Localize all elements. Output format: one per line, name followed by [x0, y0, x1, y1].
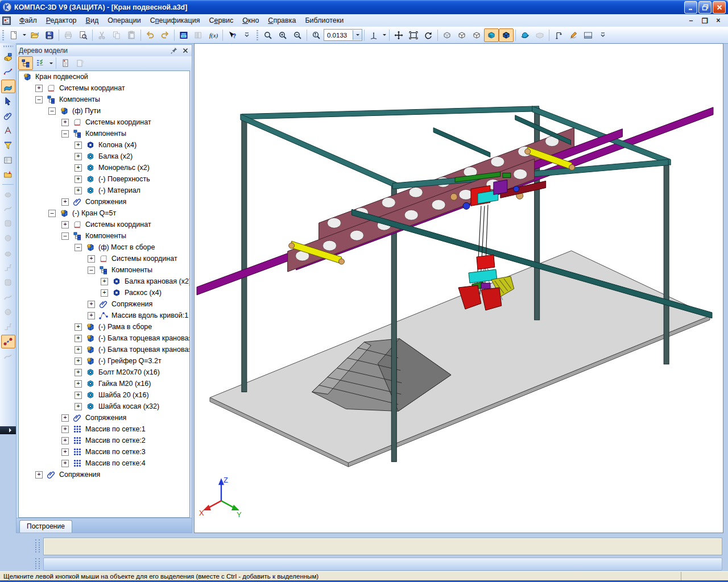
tree-item[interactable]: +Шайба косая (x32)	[19, 401, 189, 412]
tree-item[interactable]: +(-) Рама в сборе	[19, 321, 189, 332]
tree-expand-toggle[interactable]: +	[61, 437, 69, 444]
combo-dropdown-arrow[interactable]	[353, 30, 362, 40]
spline-button[interactable]	[1, 65, 15, 78]
pin-icon[interactable]	[170, 47, 178, 55]
tree-item[interactable]: +Балка крановая (x2)	[19, 276, 189, 287]
save-button[interactable]	[42, 28, 57, 42]
tree-expand-toggle[interactable]: +	[75, 403, 82, 410]
chevron-button[interactable]	[239, 28, 254, 42]
close-button[interactable]	[713, 1, 726, 14]
tree-item[interactable]: Кран подвесной	[19, 71, 189, 82]
pan-button[interactable]	[391, 28, 406, 42]
prop-window-button[interactable]	[581, 28, 595, 42]
tree-item[interactable]: –Компоненты	[19, 264, 189, 276]
tree-item[interactable]: –(ф) Пути	[19, 105, 189, 117]
menu-библиотеки[interactable]: Библиотеки	[300, 15, 348, 26]
tree-expand-toggle[interactable]: +	[75, 392, 82, 399]
tree-item[interactable]: +(-) Поверхность	[19, 173, 189, 185]
tree-item[interactable]: +(-) Грейфер Q=3.2т	[19, 355, 189, 367]
viewport-3d[interactable]: Z X Y	[194, 43, 723, 533]
toolbar-grip[interactable]	[2, 30, 5, 41]
tree-expand-toggle[interactable]: +	[75, 346, 82, 354]
tree-expand-toggle[interactable]: +	[61, 198, 69, 206]
child-restore-button[interactable]: ❐	[701, 16, 709, 25]
cube-wire-button[interactable]	[440, 28, 454, 42]
restore-button[interactable]	[698, 1, 712, 14]
folder-import-button[interactable]	[1, 168, 15, 182]
tree-item[interactable]: +Массив по сетке:2	[19, 435, 189, 446]
tree-item[interactable]: –(ф) Мост в сборе	[19, 242, 189, 253]
tree-expand-toggle[interactable]: +	[75, 357, 82, 365]
zoom-in-button[interactable]	[275, 28, 290, 42]
ground-plane[interactable]	[210, 251, 710, 467]
tree-expand-toggle[interactable]: +	[88, 301, 95, 308]
new-dropdown-arrow[interactable]	[21, 29, 27, 41]
tree-expand-toggle[interactable]: +	[75, 380, 82, 388]
message-bar-handle[interactable]	[35, 558, 40, 569]
tree-expand-toggle[interactable]: +	[61, 119, 69, 126]
tree-expand-toggle[interactable]: +	[61, 414, 69, 422]
rotate-button[interactable]	[421, 28, 436, 42]
tree-expand-toggle[interactable]: +	[35, 85, 43, 92]
tree-item[interactable]: +Шайба 20 (x16)	[19, 389, 189, 401]
tree-item[interactable]: +Сопряжения	[19, 469, 189, 480]
tree-collapse-toggle[interactable]: –	[75, 244, 82, 251]
tree-item[interactable]: +(-) Балка торцевая крановая ЛВ	[19, 332, 189, 344]
clip-button[interactable]	[1, 109, 15, 123]
zoom-scale-button[interactable]	[309, 28, 324, 42]
tree-collapse-toggle[interactable]: –	[35, 96, 43, 103]
tree-item[interactable]: +Балка (x2)	[19, 151, 189, 162]
tree-expand-toggle[interactable]: +	[61, 448, 69, 456]
tree-item[interactable]: +Системы координат	[19, 253, 189, 264]
tree-item[interactable]: +(-) Балка торцевая крановая ПР	[19, 344, 189, 355]
zoom-scale-value[interactable]: 0.0133	[324, 32, 353, 39]
tree-item[interactable]: +Системы координат	[19, 82, 189, 94]
points-button[interactable]	[1, 335, 15, 348]
tree-item[interactable]: +Массив по сетке:4	[19, 458, 189, 469]
preview-button[interactable]	[76, 28, 90, 42]
pencil-button[interactable]	[566, 28, 581, 42]
tree-expand-toggle[interactable]: +	[61, 221, 69, 228]
tree-item[interactable]: +Сопряжения	[19, 412, 189, 423]
tree-item[interactable]: +Системы координат	[19, 219, 189, 230]
tab-postroenie[interactable]: Построение	[19, 520, 72, 533]
whats-this-button[interactable]: ?	[225, 28, 239, 42]
tree-expand-toggle[interactable]: +	[75, 369, 82, 376]
tree-item[interactable]: +Сопряжения	[19, 196, 189, 207]
tree-expand-toggle[interactable]: +	[35, 471, 43, 479]
new-button[interactable]	[6, 28, 21, 42]
orientation-dropdown-arrow[interactable]	[381, 29, 387, 41]
open-button[interactable]	[27, 28, 42, 42]
tree-item[interactable]: +Раскос (x4)	[19, 287, 189, 298]
tree-item[interactable]: +Массив по сетке:3	[19, 446, 189, 458]
tree-item[interactable]: +Массив по сетке:1	[19, 423, 189, 435]
tree-structure-button[interactable]	[18, 56, 33, 70]
zoom-out-button[interactable]	[290, 28, 305, 42]
cube-shaded-button[interactable]	[484, 28, 499, 42]
menu-редактор[interactable]: Редактор	[42, 15, 81, 26]
surface-flag-button[interactable]	[1, 80, 15, 93]
tree-expand-toggle[interactable]: +	[75, 187, 82, 194]
panel-close-icon[interactable]	[181, 47, 189, 55]
child-minimize-button[interactable]: –	[687, 16, 695, 25]
undo-button[interactable]	[143, 28, 158, 42]
tree-collapse-toggle[interactable]: –	[48, 107, 56, 115]
tree-item[interactable]: +Массив вдоль кривой:1	[19, 310, 189, 321]
measure-button[interactable]	[1, 124, 15, 138]
zoom-select-button[interactable]	[260, 28, 275, 42]
filter-list-button[interactable]	[33, 56, 48, 70]
tree-expand-toggle[interactable]: +	[61, 426, 69, 433]
menu-сервис[interactable]: Сервис	[204, 15, 238, 26]
fx-button[interactable]: f(x)	[206, 28, 221, 42]
tree-item[interactable]: +Гайка М20 (x16)	[19, 378, 189, 389]
tree-item[interactable]: +Монорельс (x2)	[19, 162, 189, 173]
filter-list-dropdown-arrow[interactable]	[48, 57, 54, 69]
orientation-button[interactable]	[366, 28, 381, 42]
toolbar-grip[interactable]	[256, 30, 259, 41]
tree-item[interactable]: +Колона (x4)	[19, 139, 189, 151]
tree-item[interactable]: +Системы координат	[19, 117, 189, 128]
fit-button[interactable]	[406, 28, 421, 42]
select-arrow-button[interactable]	[1, 94, 15, 108]
tree-item[interactable]: –(-) Кран Q=5т	[19, 207, 189, 219]
doc-button[interactable]	[58, 56, 73, 70]
